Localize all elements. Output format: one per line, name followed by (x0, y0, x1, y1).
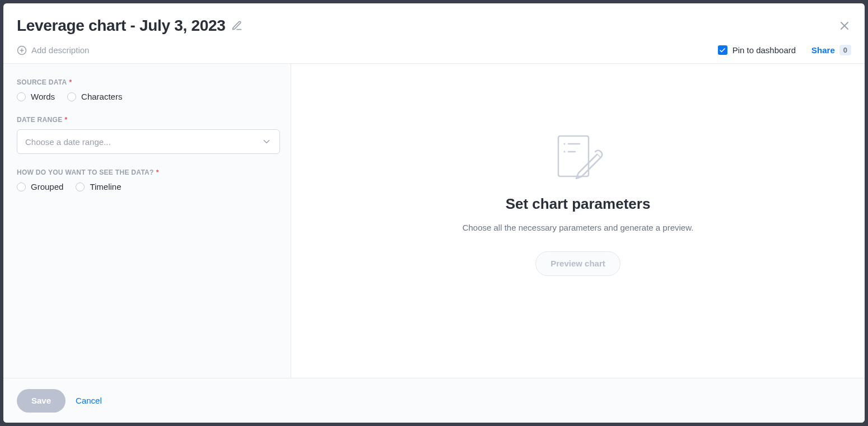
radio-characters-label: Characters (81, 92, 122, 101)
header-sub-row: Add description Pin to dashboard Share 0 (17, 45, 851, 55)
modal-header: Leverage chart - July 3, 2023 Add descri… (3, 3, 865, 63)
svg-point-8 (564, 151, 566, 152)
share-button[interactable]: Share 0 (811, 45, 851, 55)
pin-to-dashboard[interactable]: Pin to dashboard (718, 45, 796, 55)
radio-words-label: Words (31, 92, 55, 101)
chevron-down-icon (262, 137, 272, 147)
radio-timeline[interactable]: Timeline (76, 182, 121, 191)
date-range-label-row: DATE RANGE * (17, 116, 277, 124)
radio-circle-icon (76, 182, 85, 191)
pin-label: Pin to dashboard (732, 45, 796, 55)
modal-footer: Save Cancel (3, 378, 865, 423)
date-range-label: DATE RANGE (17, 116, 62, 124)
required-asterisk: * (156, 168, 159, 176)
radio-timeline-label: Timeline (90, 182, 121, 191)
radio-circle-icon (17, 92, 26, 101)
date-range-select[interactable]: Choose a date range... (17, 129, 280, 154)
radio-words[interactable]: Words (17, 92, 55, 101)
empty-state-subtitle: Choose all the necessary parameters and … (463, 223, 694, 232)
svg-rect-5 (558, 136, 589, 176)
empty-state-title: Set chart parameters (506, 195, 651, 213)
cancel-button[interactable]: Cancel (76, 396, 102, 405)
modal-body: SOURCE DATA * Words Characters DATE RANG… (3, 64, 865, 378)
add-description-button[interactable]: Add description (17, 45, 89, 55)
source-data-label-row: SOURCE DATA * (17, 78, 277, 86)
header-right-controls: Pin to dashboard Share 0 (718, 45, 851, 55)
date-range-placeholder: Choose a date range... (25, 137, 111, 147)
parameters-sidebar: SOURCE DATA * Words Characters DATE RANG… (3, 64, 291, 378)
radio-grouped[interactable]: Grouped (17, 182, 63, 191)
preview-area: Set chart parameters Choose all the nece… (291, 64, 865, 378)
preview-chart-button[interactable]: Preview chart (535, 251, 620, 276)
required-asterisk: * (64, 116, 67, 124)
chart-editor-modal: Leverage chart - July 3, 2023 Add descri… (3, 3, 865, 423)
edit-title-icon[interactable] (231, 20, 242, 31)
radio-circle-icon (67, 92, 76, 101)
share-count: 0 (839, 45, 851, 55)
document-pencil-icon (553, 133, 603, 183)
view-mode-label: HOW DO YOU WANT TO SEE THE DATA? (17, 168, 154, 176)
share-label: Share (811, 45, 835, 55)
pin-checkbox[interactable] (718, 45, 727, 55)
view-mode-options: Grouped Timeline (17, 182, 277, 191)
add-description-label: Add description (31, 45, 89, 55)
save-button[interactable]: Save (17, 389, 66, 413)
close-button[interactable] (838, 19, 851, 32)
radio-characters[interactable]: Characters (67, 92, 122, 101)
source-data-options: Words Characters (17, 92, 277, 101)
radio-grouped-label: Grouped (31, 182, 63, 191)
page-title: Leverage chart - July 3, 2023 (17, 17, 226, 35)
title-row: Leverage chart - July 3, 2023 (17, 17, 851, 35)
required-asterisk: * (69, 78, 72, 86)
source-data-label: SOURCE DATA (17, 78, 67, 86)
svg-point-6 (564, 143, 566, 144)
view-mode-label-row: HOW DO YOU WANT TO SEE THE DATA? * (17, 168, 277, 176)
radio-circle-icon (17, 182, 26, 191)
